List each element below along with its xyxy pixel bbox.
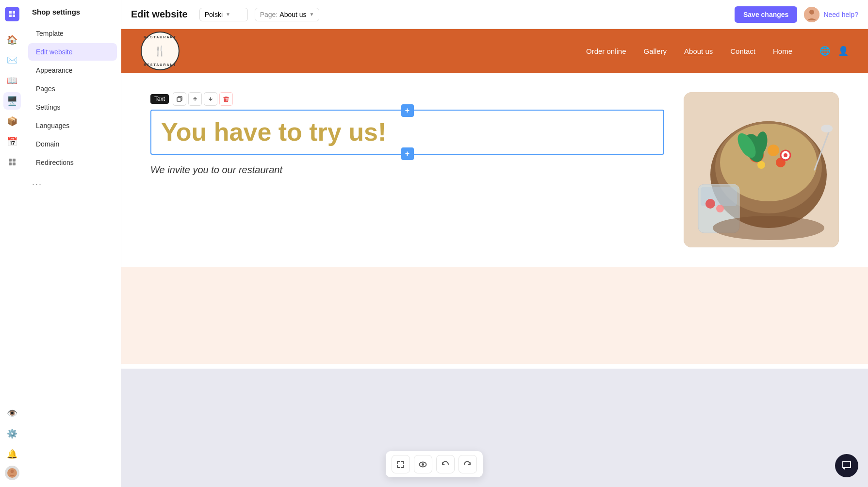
content-right (684, 92, 839, 247)
nav-link-contact[interactable]: Contact (730, 47, 755, 55)
globe-icon[interactable]: 🌐 (819, 46, 830, 56)
redo-button[interactable] (459, 455, 477, 473)
svg-point-25 (716, 205, 724, 212)
icon-bar: 🏠 ✉️ 📖 🖥️ 📦 📅 👁️ ⚙️ 🔔 (0, 0, 24, 487)
sidebar-item-languages[interactable]: Languages (28, 117, 117, 134)
text-block-toolbar: Text (150, 92, 664, 106)
user-icon[interactable]: 👤 (838, 46, 849, 56)
site-navbar: RESTAURANT 🍴 RESTAURANT Order online Gal… (121, 29, 868, 73)
page-chevron-icon: ▼ (310, 12, 314, 17)
expand-button[interactable] (392, 455, 410, 473)
sidebar-item-domain[interactable]: Domain (28, 135, 117, 153)
nav-calendar-icon[interactable]: 📅 (3, 133, 21, 150)
chat-bubble-button[interactable] (835, 454, 858, 477)
svg-point-5 (10, 470, 14, 473)
topbar: Edit website Polski ▼ Page: About us ▼ S… (121, 0, 868, 29)
sidebar-item-template[interactable]: Template (28, 25, 117, 42)
bottom-toolbar (386, 451, 483, 477)
language-dropdown[interactable]: Polski ▼ (199, 8, 248, 21)
svg-point-26 (713, 216, 824, 240)
need-help-button[interactable]: Need help? (804, 7, 858, 22)
nav-home-icon[interactable]: 🏠 (3, 31, 21, 49)
svg-point-14 (768, 145, 779, 156)
nav-box-icon[interactable]: 📦 (3, 113, 21, 130)
user-avatar-small[interactable] (5, 466, 19, 480)
move-up-button[interactable] (188, 92, 202, 106)
toolbar-label: Text (150, 94, 169, 104)
support-avatar (804, 7, 819, 22)
nav-monitor-icon[interactable]: 🖥️ (3, 92, 21, 110)
visibility-icon[interactable]: 👁️ (3, 405, 21, 422)
svg-point-16 (757, 161, 765, 169)
canvas-area: RESTAURANT 🍴 RESTAURANT Order online Gal… (121, 29, 868, 487)
svg-rect-8 (177, 97, 181, 101)
move-down-button[interactable] (204, 92, 217, 106)
page-dropdown[interactable]: Page: About us ▼ (255, 8, 320, 21)
hero-subtitle: We invite you to our restaurant (150, 164, 664, 176)
page-title: Edit website (131, 9, 188, 20)
svg-rect-1 (13, 159, 16, 162)
preview-button[interactable] (414, 455, 432, 473)
svg-point-30 (422, 463, 424, 466)
svg-point-28 (821, 125, 833, 132)
sidebar-title: Shop settings (24, 8, 121, 24)
content-left: Text (150, 92, 664, 176)
logo-text-top: RESTAURANT (144, 35, 177, 39)
add-block-bottom-button[interactable]: + (401, 147, 414, 160)
sidebar: Shop settings Template Edit website Appe… (24, 0, 121, 487)
svg-point-21 (784, 153, 787, 157)
settings-icon[interactable]: ⚙️ (3, 425, 21, 442)
save-button[interactable]: Save changes (735, 6, 797, 23)
sidebar-item-redirections[interactable]: Redirections (28, 154, 117, 171)
nav-link-order-online[interactable]: Order online (586, 47, 626, 55)
site-nav-links: Order online Gallery About us Contact Ho… (586, 46, 849, 56)
site-logo: RESTAURANT 🍴 RESTAURANT (141, 32, 180, 70)
delete-button[interactable] (219, 92, 233, 106)
hero-heading: You have to try us! (161, 118, 654, 146)
svg-rect-3 (13, 162, 16, 165)
nav-link-about-us[interactable]: About us (684, 47, 713, 55)
nav-mail-icon[interactable]: ✉️ (3, 51, 21, 69)
nav-link-gallery[interactable]: Gallery (644, 47, 667, 55)
svg-point-7 (809, 10, 814, 15)
svg-rect-2 (9, 162, 12, 165)
duplicate-button[interactable] (173, 92, 186, 106)
website-preview: RESTAURANT 🍴 RESTAURANT Order online Gal… (121, 29, 868, 369)
text-block[interactable]: + You have to try us! + (150, 110, 664, 155)
undo-button[interactable] (436, 455, 455, 473)
nav-book-icon[interactable]: 📖 (3, 72, 21, 89)
svg-point-24 (705, 199, 715, 209)
language-chevron-icon: ▼ (226, 12, 230, 17)
content-section: Text (121, 73, 868, 267)
sidebar-item-edit-website[interactable]: Edit website (28, 43, 117, 61)
bell-icon[interactable]: 🔔 (3, 445, 21, 463)
fork-knife-icon: 🍴 (154, 45, 166, 57)
sidebar-item-pages[interactable]: Pages (28, 80, 117, 97)
lower-section (121, 267, 868, 364)
page-label: Page: (260, 11, 278, 18)
food-svg (684, 92, 839, 247)
site-nav-icons: 🌐 👤 (819, 46, 849, 56)
main-area: Edit website Polski ▼ Page: About us ▼ S… (121, 0, 868, 487)
sidebar-item-settings[interactable]: Settings (28, 98, 117, 116)
food-image (684, 92, 839, 247)
nav-link-home[interactable]: Home (773, 47, 792, 55)
add-block-top-button[interactable]: + (401, 104, 414, 117)
sidebar-item-appearance[interactable]: Appearance (28, 62, 117, 79)
logo-icon[interactable] (5, 7, 19, 21)
sidebar-more-button[interactable]: ... (24, 172, 121, 192)
nav-pages-icon[interactable] (3, 153, 21, 171)
logo-text-bottom: RESTAURANT (144, 63, 177, 66)
svg-rect-0 (9, 159, 12, 162)
